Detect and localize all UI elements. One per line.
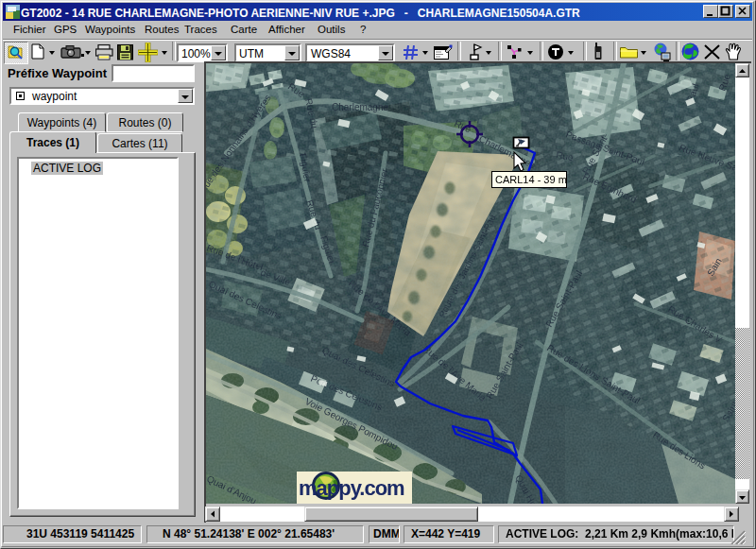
svg-text:mappy.com: mappy.com	[299, 476, 404, 500]
svg-text:CARL14 - 39 m: CARL14 - 39 m	[495, 174, 567, 185]
